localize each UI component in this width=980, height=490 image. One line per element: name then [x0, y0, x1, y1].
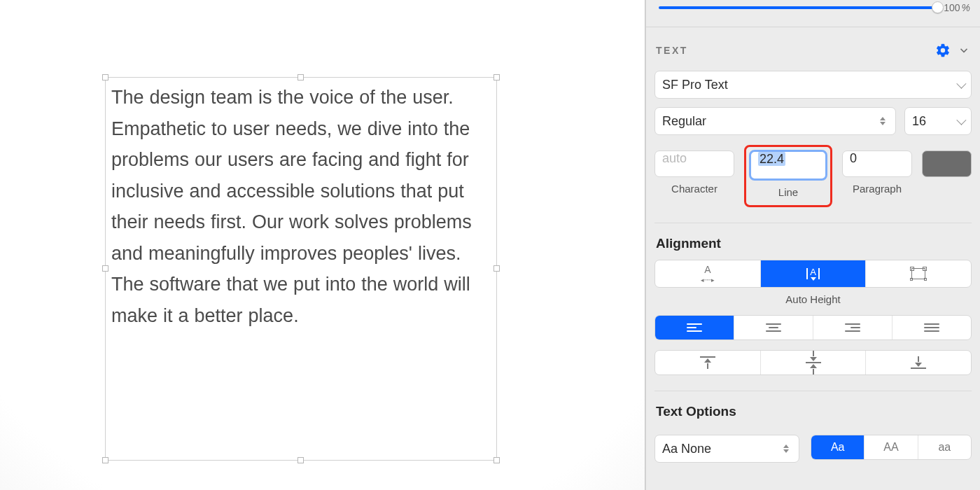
font-weight-select[interactable]: Regular [654, 107, 896, 135]
text-case-segment[interactable]: Aa AA aa [811, 435, 972, 460]
font-size-select[interactable]: 16 [904, 107, 972, 135]
panel-separator [646, 27, 980, 27]
align-right-icon [845, 323, 860, 332]
line-height-input[interactable]: 22.4 [749, 150, 827, 181]
fixed-width-icon: A◂┄┄▸ [701, 264, 715, 284]
resize-handle-mr[interactable] [493, 265, 500, 272]
valign-bottom-button[interactable] [866, 351, 971, 374]
resize-handle-bm[interactable] [298, 457, 304, 463]
valign-top-icon [700, 356, 715, 369]
valign-top-button[interactable] [655, 351, 761, 374]
font-size-value: 16 [912, 114, 926, 129]
case-upper-button[interactable]: AA [864, 435, 918, 459]
case-lower-button[interactable]: aa [918, 435, 971, 459]
align-center-button[interactable] [734, 316, 813, 340]
vertical-align-segment[interactable] [654, 350, 972, 375]
case-title-button[interactable]: Aa [811, 435, 864, 459]
align-left-button[interactable] [655, 316, 734, 340]
resize-handle-ml[interactable] [102, 265, 108, 272]
valign-bottom-icon [911, 356, 926, 369]
paragraph-spacing-input[interactable]: 0 [842, 150, 912, 177]
align-right-button[interactable] [813, 316, 892, 340]
slider-knob[interactable] [932, 1, 944, 13]
align-left-icon [687, 323, 702, 332]
resize-fixed-width-button[interactable]: A◂┄┄▸ [655, 260, 761, 287]
text-options-title: Text Options [656, 404, 970, 419]
chevron-down-icon [956, 79, 966, 89]
align-justify-button[interactable] [892, 316, 971, 340]
resize-mode-segment[interactable]: A◂┄┄▸ A [654, 260, 972, 288]
character-spacing-label: Character [671, 183, 718, 195]
character-spacing-placeholder: auto [662, 151, 687, 165]
paragraph-spacing-label: Paragraph [853, 183, 902, 195]
font-family-value: SF Pro Text [662, 78, 728, 92]
align-justify-icon [924, 323, 939, 332]
font-weight-value: Regular [662, 114, 706, 129]
font-family-select[interactable]: SF Pro Text [654, 71, 972, 99]
line-height-highlight: 22.4 Line [744, 145, 832, 207]
section-separator [654, 391, 972, 391]
paragraph-spacing-value: 0 [850, 151, 857, 165]
resize-handle-tl[interactable] [102, 74, 108, 80]
resize-auto-height-button[interactable]: A [761, 260, 867, 287]
opacity-value: 100% [944, 2, 972, 13]
gear-icon[interactable] [935, 43, 958, 58]
line-height-value: 22.4 [758, 152, 785, 166]
opacity-slider[interactable] [659, 6, 938, 9]
valign-middle-button[interactable] [761, 351, 867, 374]
fixed-size-icon [911, 268, 925, 279]
resize-handle-tr[interactable] [493, 74, 500, 80]
resize-fixed-size-button[interactable] [866, 260, 971, 287]
alignment-title: Alignment [656, 236, 970, 251]
resize-handle-bl[interactable] [102, 457, 108, 463]
auto-height-icon: A [806, 267, 820, 281]
text-color-swatch[interactable] [922, 150, 972, 177]
valign-middle-icon [806, 351, 821, 374]
text-transform-select[interactable]: Aa None [654, 435, 799, 463]
line-height-label: Line [778, 186, 798, 198]
stepper-icon [880, 113, 888, 129]
canvas-area[interactable]: The design team is the voice of the user… [0, 0, 645, 490]
stepper-icon [783, 441, 792, 456]
chevron-down-icon[interactable] [958, 44, 970, 57]
section-separator [654, 223, 972, 223]
selected-text-frame[interactable]: The design team is the voice of the user… [105, 77, 497, 461]
chevron-down-icon [956, 115, 966, 125]
horizontal-align-segment[interactable] [654, 315, 972, 340]
text-frame-content[interactable]: The design team is the voice of the user… [106, 78, 496, 335]
inspector-panel: 100% TEXT SF Pro Text Regular 16 [645, 0, 980, 490]
character-spacing-input[interactable]: auto [654, 150, 734, 177]
resize-handle-tm[interactable] [298, 74, 304, 80]
resize-handle-br[interactable] [493, 457, 500, 463]
align-center-icon [766, 323, 781, 332]
text-section-title: TEXT [656, 45, 935, 56]
text-transform-value: Aa None [662, 442, 711, 456]
resize-mode-caption: Auto Height [654, 293, 972, 305]
